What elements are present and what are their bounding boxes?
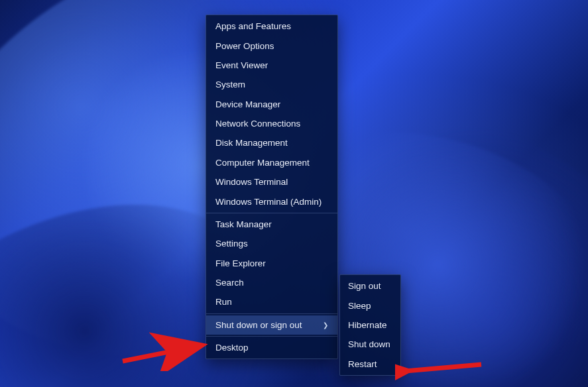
menu-separator	[206, 213, 337, 213]
menu-file-explorer[interactable]: File Explorer	[206, 254, 337, 273]
menu-separator	[206, 336, 337, 337]
menu-event-viewer[interactable]: Event Viewer	[206, 56, 337, 75]
menu-item-label: Search	[215, 278, 244, 288]
desktop-wallpaper: Apps and FeaturesPower OptionsEvent View…	[0, 0, 588, 387]
menu-item-label: File Explorer	[215, 258, 266, 268]
menu-system[interactable]: System	[206, 75, 337, 94]
chevron-right-icon: ❯	[323, 321, 328, 329]
menu-task-manager[interactable]: Task Manager	[206, 215, 337, 234]
menu-item-label: Windows Terminal	[215, 177, 288, 187]
menu-item-label: Desktop	[215, 343, 249, 353]
menu-item-label: System	[215, 80, 245, 89]
menu-disk-management[interactable]: Disk Management	[206, 133, 337, 152]
submenu-sleep[interactable]: Sleep	[340, 296, 400, 315]
menu-item-label: Event Viewer	[215, 60, 268, 70]
menu-item-label: Apps and Features	[215, 21, 291, 31]
menu-desktop[interactable]: Desktop	[206, 338, 337, 357]
menu-apps-features[interactable]: Apps and Features	[206, 17, 337, 36]
menu-settings[interactable]: Settings	[206, 234, 337, 253]
menu-separator	[206, 313, 337, 314]
menu-item-label: Settings	[215, 239, 248, 249]
menu-item-label: Disk Management	[215, 138, 288, 148]
winx-context-menu[interactable]: Apps and FeaturesPower OptionsEvent View…	[206, 15, 338, 359]
submenu-restart[interactable]: Restart	[340, 355, 400, 374]
menu-item-label: Computer Management	[215, 158, 310, 168]
submenu-shut-down[interactable]: Shut down	[340, 335, 400, 354]
menu-computer-management[interactable]: Computer Management	[206, 153, 337, 172]
menu-windows-terminal[interactable]: Windows Terminal	[206, 172, 337, 192]
menu-shutdown-signout[interactable]: Shut down or sign out❯	[206, 315, 337, 335]
menu-item-label: Power Options	[215, 41, 274, 51]
menu-item-label: Network Connections	[215, 119, 300, 129]
submenu-hibernate[interactable]: Hibernate	[340, 315, 400, 335]
menu-device-manager[interactable]: Device Manager	[206, 95, 337, 114]
menu-item-label: Run	[215, 297, 232, 307]
menu-run[interactable]: Run	[206, 292, 337, 311]
menu-windows-terminal-admin[interactable]: Windows Terminal (Admin)	[206, 192, 337, 211]
menu-item-label: Shut down	[348, 339, 390, 349]
menu-item-label: Shut down or sign out	[215, 320, 302, 330]
menu-item-label: Sleep	[348, 301, 371, 311]
menu-network-connections[interactable]: Network Connections	[206, 114, 337, 133]
menu-item-label: Restart	[348, 359, 377, 369]
menu-power-options[interactable]: Power Options	[206, 36, 337, 55]
menu-item-label: Device Manager	[215, 99, 280, 109]
submenu-sign-out[interactable]: Sign out	[340, 276, 400, 296]
menu-search[interactable]: Search	[206, 273, 337, 292]
shutdown-submenu[interactable]: Sign outSleepHibernateShut downRestart	[339, 274, 401, 376]
menu-item-label: Sign out	[348, 281, 381, 291]
menu-item-label: Hibernate	[348, 320, 387, 330]
menu-item-label: Windows Terminal (Admin)	[215, 197, 322, 207]
menu-item-label: Task Manager	[215, 219, 272, 229]
